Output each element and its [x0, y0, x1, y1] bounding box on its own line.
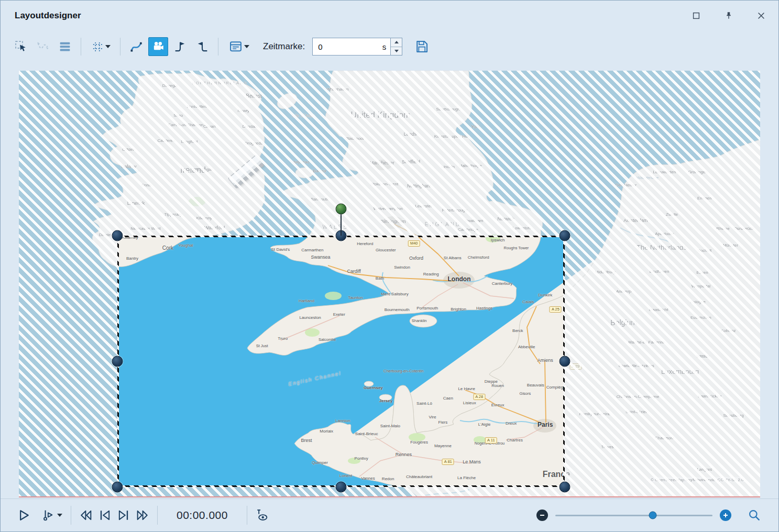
maximize-button[interactable]: [690, 10, 702, 21]
map-label: Wuppertal: [692, 283, 710, 288]
zoom-out-button[interactable]: [536, 509, 548, 521]
selection-handle[interactable]: [559, 356, 570, 367]
map-label: Newcastle West: [130, 226, 160, 230]
layout-canvas[interactable]: NORTHERN IRELANDDonegalBelfastEnniskille…: [19, 71, 760, 497]
map-label: Gloucester: [376, 248, 396, 252]
map-label: Saint-Lô: [416, 401, 432, 405]
storyboard-button[interactable]: [224, 37, 254, 56]
map-label: Maastricht: [649, 307, 668, 312]
map-label: Romilly-sur-Seine: [579, 412, 610, 416]
map-label: Bantry: [126, 256, 138, 260]
visibility-marker-button[interactable]: [253, 506, 271, 525]
map-label: Limerick: [127, 201, 145, 206]
zoom-in-button[interactable]: [720, 509, 731, 521]
map-label: Sheffield: [402, 159, 420, 164]
curve-tool-button[interactable]: [126, 37, 146, 56]
play-from-marker-button[interactable]: [38, 506, 65, 525]
map-label: France: [543, 470, 563, 479]
map-label: Beauvais: [527, 382, 544, 387]
map-label: Rheine: [717, 226, 730, 230]
map-label: Launceston: [299, 315, 321, 320]
fast-forward-button[interactable]: [133, 506, 152, 525]
camera-viewport-content: NORTHERN IRELANDDonegalBelfastEnniskille…: [119, 237, 563, 485]
route-points-button[interactable]: [33, 37, 53, 56]
grid-button[interactable]: [87, 37, 114, 56]
camera-tool-button[interactable]: [148, 37, 168, 56]
map-label: WALES: [322, 224, 348, 230]
map-label: Lisieux: [463, 401, 476, 405]
map-attribution: © OpenStreetMap.org/Mitwirkende, CC BY-S…: [650, 477, 745, 482]
next-frame-icon: [116, 508, 131, 523]
map-label: Portsmouth: [416, 306, 438, 311]
zoom-slider-thumb[interactable]: [649, 512, 657, 519]
toolbar: Zeitmarke: s: [1, 31, 778, 62]
selection-handle[interactable]: [559, 482, 570, 493]
close-icon: [756, 11, 766, 20]
spin-down-icon: [394, 50, 399, 52]
object-list-button[interactable]: [55, 37, 75, 56]
visibility-marker-icon: [255, 508, 269, 523]
map-label: Taunton: [348, 295, 363, 300]
spin-down-button[interactable]: [391, 47, 402, 56]
map-label: Blackpool: [346, 136, 364, 140]
close-button[interactable]: [755, 10, 767, 21]
transport-bar: 00:00.000: [1, 498, 778, 531]
selection-handle[interactable]: [112, 230, 123, 241]
magnifier-button[interactable]: [745, 506, 764, 525]
map-label: Langres: [697, 467, 712, 472]
map-label: The Netherlands: [637, 243, 687, 251]
zeitmarke-inputgroup: s: [312, 38, 402, 56]
selection-handle[interactable]: [112, 356, 123, 367]
map-label: Jersey: [379, 398, 392, 403]
map-label: ENGLAND: [425, 221, 461, 227]
play-options-caret[interactable]: [57, 514, 62, 517]
map-label: La Flèche: [457, 475, 476, 480]
map-label: Vire: [429, 414, 436, 419]
map-label: Norwich: [497, 216, 514, 221]
map-label: Donegal: [162, 83, 178, 87]
map-label: Swansea: [311, 254, 330, 260]
flag-end-button[interactable]: [192, 37, 212, 56]
map-label: Morlaix: [320, 428, 333, 433]
spin-up-button[interactable]: [391, 38, 402, 47]
map-label: Brighton: [451, 306, 466, 311]
map-label: Hereford: [357, 241, 373, 246]
map-label: Fougères: [410, 440, 428, 445]
map-label: Roughs Tower: [504, 246, 529, 250]
play-button[interactable]: [14, 506, 33, 525]
zoom-slider-track[interactable]: [555, 515, 712, 516]
map-label: Stoke-on-Trent: [370, 181, 398, 186]
map-label: Gisors: [520, 391, 531, 396]
map-label: Youghal: [178, 243, 193, 248]
map-label: Leeds: [404, 131, 417, 137]
pin-button[interactable]: [723, 10, 734, 21]
map-label: Châlons-en-Champagne: [617, 394, 660, 398]
zoom-slider[interactable]: [555, 509, 712, 521]
map-label: Berck: [512, 328, 523, 333]
map-label: Middelburg: [595, 269, 616, 274]
grid-dropdown-caret[interactable]: [105, 45, 111, 48]
selection-handle[interactable]: [336, 482, 347, 493]
map-label: Ipswich: [491, 237, 505, 242]
selection-handle[interactable]: [559, 230, 570, 241]
zeitmarke-input[interactable]: [317, 42, 380, 52]
next-frame-button[interactable]: [114, 506, 133, 525]
map-label: Wittlich: [696, 354, 710, 359]
map-label: Ireland: [180, 165, 206, 175]
map-label: Canterbury: [492, 281, 513, 285]
rotation-handle[interactable]: [336, 204, 347, 215]
map-label: Emmen: [697, 195, 712, 200]
camera-viewport-selection[interactable]: NORTHERN IRELANDDonegalBelfastEnniskille…: [117, 236, 565, 487]
grid-icon: [91, 40, 104, 53]
storyboard-dropdown-caret[interactable]: [244, 45, 249, 48]
map-label: Saarbrücken: [698, 394, 721, 398]
separator: [81, 38, 81, 56]
fast-backward-button[interactable]: [76, 506, 95, 525]
previous-frame-button[interactable]: [95, 506, 114, 525]
storyboard-icon: [228, 39, 243, 54]
flag-start-button[interactable]: [170, 37, 190, 56]
selection-handle[interactable]: [112, 482, 123, 493]
select-tool-button[interactable]: [11, 37, 31, 56]
save-button[interactable]: [412, 37, 432, 56]
zeitmarke-spinner: [391, 38, 402, 56]
